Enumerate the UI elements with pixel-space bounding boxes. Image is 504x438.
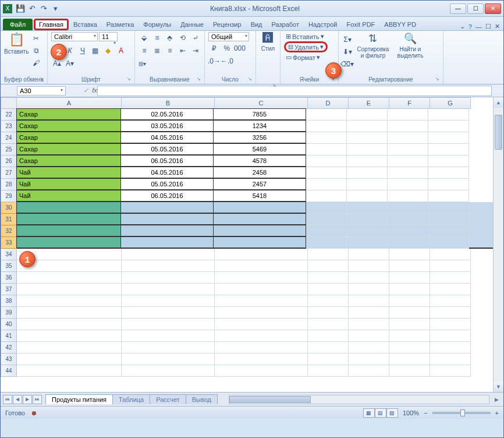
row-header[interactable]: 34 [1,249,17,260]
row-header[interactable]: 40 [1,319,17,330]
cell[interactable]: 2457 [213,178,306,190]
cell[interactable] [388,214,428,225]
tab-foxit[interactable]: Foxit PDF [342,19,379,30]
cell[interactable] [17,365,122,377]
tab-formulas[interactable]: Формулы [139,19,176,30]
cell[interactable]: 04.05.2016 [120,167,214,178]
cell[interactable] [120,202,214,213]
row-header[interactable]: 22 [1,109,17,121]
scroll-down-icon[interactable]: ▼ [494,382,503,392]
cell[interactable] [306,167,347,179]
cell[interactable] [430,284,471,295]
cell[interactable] [430,249,471,260]
cell[interactable] [215,272,308,284]
row-header[interactable]: 35 [1,260,17,272]
cell[interactable] [428,214,469,225]
cell[interactable] [349,260,389,272]
cell[interactable] [215,249,308,260]
redo-icon[interactable]: ↷ [39,4,48,13]
col-header-G[interactable]: G [430,97,471,109]
cell[interactable] [347,144,388,156]
sort-filter-button[interactable]: ⇅ Сортировка и фильтр [355,32,391,59]
cell[interactable] [347,132,388,144]
macro-record-icon[interactable]: ⏺ [31,409,37,416]
cell[interactable] [213,202,306,213]
zoom-level[interactable]: 100% [403,409,419,416]
currency-icon[interactable]: ₽ [208,43,220,54]
cell[interactable] [16,202,121,213]
cell[interactable] [306,132,347,144]
maximize-button[interactable]: ☐ [467,3,484,14]
cell[interactable] [349,330,389,342]
wrap-text-icon[interactable]: ⤶ [190,32,201,44]
cell[interactable] [428,179,469,190]
cell[interactable] [349,307,389,319]
cell[interactable] [389,272,430,284]
cells-area[interactable]: Сахар02.05.20167855Сахар03.05.20161234Са… [17,109,493,392]
col-header-F[interactable]: F [389,97,430,109]
cut-icon[interactable]: ✂ [31,33,41,44]
cell[interactable] [122,260,215,272]
cell[interactable] [215,319,308,330]
dec-decimal-icon[interactable]: ←.0 [221,55,233,67]
cell[interactable] [347,179,388,190]
cell[interactable]: 2458 [213,167,306,178]
fill-color-button[interactable]: ◆ [102,45,114,56]
cell[interactable] [347,167,388,179]
number-format-combo[interactable]: Общий [208,32,249,41]
name-box[interactable]: A30 [17,86,66,96]
cell[interactable] [430,295,471,307]
row-header[interactable]: 38 [1,295,17,307]
cell[interactable] [306,190,347,202]
ribbon-minimize-icon[interactable]: ⌄ [460,23,465,30]
cell[interactable] [308,342,349,354]
cell[interactable] [388,121,428,132]
cell[interactable] [388,156,428,167]
cell[interactable]: 05.05.2016 [120,178,214,190]
cell[interactable] [428,121,469,132]
cell[interactable] [122,330,215,342]
cell[interactable] [17,354,122,365]
cell[interactable]: 03.05.2016 [120,120,214,132]
cell[interactable] [428,167,469,179]
cell[interactable] [349,342,389,354]
cell[interactable] [306,237,347,249]
cell[interactable] [389,295,430,307]
view-layout-icon[interactable]: ▤ [375,408,386,418]
horizontal-scrollbar[interactable] [229,395,489,404]
cell[interactable] [347,109,388,121]
cell[interactable] [16,236,121,248]
minimize-button[interactable]: — [450,3,466,14]
tab-developer[interactable]: Разработ [267,19,304,30]
cell[interactable]: Чай [16,178,121,190]
border-button[interactable]: ▦ [90,45,101,56]
cell[interactable] [306,179,347,190]
cell[interactable] [308,365,349,377]
cell[interactable] [215,284,308,295]
row-header[interactable]: 36 [1,272,17,284]
cell[interactable] [347,156,388,167]
cell[interactable] [428,156,469,167]
cell[interactable] [213,225,306,236]
font-size-combo[interactable]: 11 [99,32,118,41]
cell[interactable]: Чай [16,167,121,178]
hscroll-thumb[interactable] [229,396,311,403]
row-header[interactable]: 30 [1,202,17,214]
cell[interactable] [388,190,428,202]
cell[interactable]: 3256 [213,132,306,143]
orientation-icon[interactable]: ⟲ [177,32,189,44]
cell[interactable] [306,121,347,132]
cell[interactable] [430,307,471,319]
view-normal-icon[interactable]: ▦ [363,408,375,418]
sheet-tab-3[interactable]: Вывод [186,394,218,404]
cell[interactable]: 7855 [213,108,306,120]
row-header[interactable]: 33 [1,237,17,249]
cell[interactable] [388,132,428,144]
tab-review[interactable]: Рецензир [208,19,246,30]
doc-close-icon[interactable]: ✕ [495,23,500,30]
cell[interactable] [388,225,428,237]
cell[interactable] [120,213,214,225]
cell[interactable] [389,342,430,354]
sheet-nav-first-icon[interactable]: ⏮ [3,395,12,404]
cell[interactable]: 05.05.2016 [120,143,214,155]
